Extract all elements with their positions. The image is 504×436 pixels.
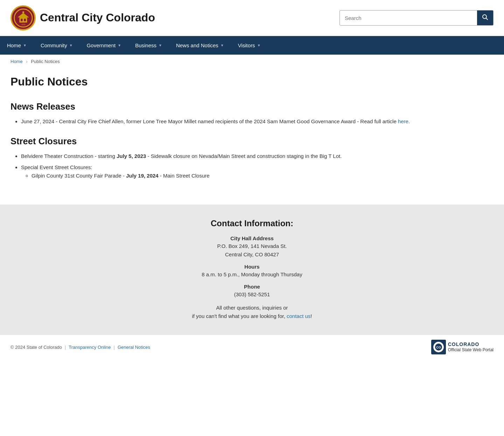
breadcrumb-home-link[interactable]: Home [10,59,23,64]
svg-line-8 [486,18,488,20]
breadcrumb: Home › Public Notices [0,55,504,68]
nav-government-arrow: ▼ [118,43,121,47]
nav-home-arrow: ▼ [23,43,27,47]
footer-logo-area: CO COLORADO Official State Web Portal [431,340,493,354]
svg-point-5 [22,11,24,13]
nav-community[interactable]: Community ▼ [34,36,80,55]
news-release-link[interactable]: here [398,118,408,124]
search-button[interactable] [477,11,493,25]
news-releases-heading: News Releases [10,102,493,112]
special-event-date: July 19, 2024 [126,173,159,179]
street-closure-item-1: Belvidere Theater Construction - startin… [21,152,493,160]
nav-visitors-arrow: ▼ [257,43,261,47]
footer-contact: Contact Information: City Hall Address P… [0,205,504,334]
closure-text-before: Belvidere Theater Construction - startin… [21,153,117,159]
news-release-text: June 27, 2024 - Central City Fire Chief … [21,118,398,124]
co-sub: Official State Web Portal [448,347,493,353]
svg-rect-1 [19,17,27,22]
search-input[interactable] [340,12,477,25]
site-title: Central City Colorado [40,12,155,24]
news-releases-section: News Releases June 27, 2024 - Central Ci… [10,102,493,126]
footer-sep-2: | [113,345,114,350]
svg-rect-2 [21,19,23,21]
nav-business-arrow: ▼ [159,43,162,47]
co-logo-icon: CO [431,340,446,354]
news-release-item: June 27, 2024 - Central City Fire Chief … [21,117,493,126]
svg-rect-3 [24,19,26,21]
general-notices-link[interactable]: General Notices [118,345,150,350]
co-name: COLORADO [448,341,493,347]
special-event-item-1: Gilpin County 31st County Fair Parade - … [31,172,493,180]
site-logo: 1859 [10,5,36,30]
phone-value: (303) 582-5251 [10,290,493,299]
nav-news-and-notices[interactable]: News and Notices ▼ [169,36,231,55]
contact-suffix: ! [310,313,312,319]
news-releases-list: June 27, 2024 - Central City Fire Chief … [10,117,493,126]
special-events-list: Gilpin County 31st County Fair Parade - … [21,172,493,180]
nav-government[interactable]: Government ▼ [80,36,128,55]
address-line1: P.O. Box 249, 141 Nevada St. [10,242,493,250]
nav-news-arrow: ▼ [220,43,224,47]
copyright-text: © 2024 State of Colorado [10,345,62,350]
hours-value: 8 a.m. to 5 p.m., Monday through Thursda… [10,270,493,279]
nav-visitors[interactable]: Visitors ▼ [231,36,268,55]
footer-bar: © 2024 State of Colorado | Transparency … [0,334,504,359]
phone-label: Phone [10,284,493,290]
transparency-link[interactable]: Transparency Online [69,345,111,350]
footer-left: © 2024 State of Colorado | Transparency … [10,345,150,350]
closure-text-after: - Sidewalk closure on Nevada/Main Street… [146,153,342,159]
svg-text:1859: 1859 [21,23,25,25]
co-logo-text: COLORADO Official State Web Portal [448,341,493,353]
hours-label: Hours [10,264,493,270]
breadcrumb-separator: › [26,59,27,64]
search-area [340,10,493,26]
contact-heading: Contact Information: [10,219,493,228]
footer-sep-1: | [65,345,66,350]
main-nav: Home ▼ Community ▼ Government ▼ Business… [0,36,504,55]
special-event-after: - Main Street Closure [159,173,210,179]
other-inquiry-line1: All other questions, inquiries or [10,304,493,312]
nav-home[interactable]: Home ▼ [0,36,34,55]
header: 1859 Central City Colorado [0,0,504,36]
nav-community-arrow: ▼ [69,43,73,47]
svg-text:CO: CO [436,346,441,349]
page-heading: Public Notices [10,75,493,91]
contact-us-link[interactable]: contact us [287,313,310,319]
main-content: Public Notices News Releases June 27, 20… [0,68,504,205]
nav-business[interactable]: Business ▼ [128,36,169,55]
address-label: City Hall Address [10,235,493,241]
street-closures-heading: Street Closures [10,136,493,146]
co-logo-badge: CO COLORADO Official State Web Portal [431,340,493,354]
logo-area: 1859 Central City Colorado [10,5,155,30]
other-inquiry-text: if you can't find what you are looking f… [192,313,285,319]
closure-date-1: July 5, 2023 [117,153,146,159]
other-inquiry-line2: if you can't find what you are looking f… [10,312,493,320]
special-events-label: Special Event Street Closures: [21,164,92,170]
street-closures-list: Belvidere Theater Construction - startin… [10,152,493,180]
street-closures-section: Street Closures Belvidere Theater Constr… [10,136,493,180]
special-events-item: Special Event Street Closures: Gilpin Co… [21,163,493,180]
special-event-before: Gilpin County 31st County Fair Parade - [31,173,126,179]
address-line2: Central City, CO 80427 [10,250,493,259]
breadcrumb-current: Public Notices [31,59,59,64]
